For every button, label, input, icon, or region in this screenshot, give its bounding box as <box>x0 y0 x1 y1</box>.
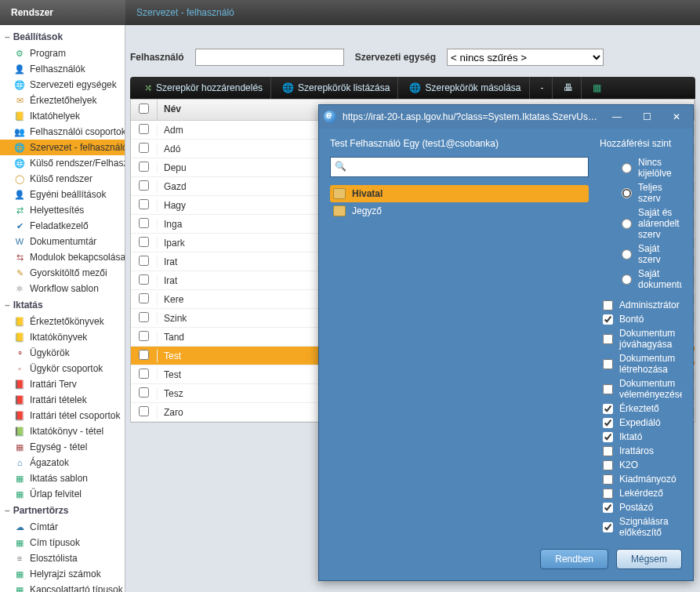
sidebar-item-1-1[interactable]: 📒Iktatókönyvek <box>0 329 125 345</box>
role-check-10[interactable]: Kiadmányozó <box>600 472 679 486</box>
role-check-1[interactable]: Bontó <box>600 312 679 326</box>
role-check-2[interactable]: Dokumentum jóváhagyása <box>600 326 679 351</box>
checkbox-input[interactable] <box>603 300 613 311</box>
role-check-4[interactable]: Dokumentum véleményezése <box>600 376 679 401</box>
close-button[interactable]: ✕ <box>665 108 688 125</box>
checkbox-input[interactable] <box>603 460 613 470</box>
checkbox-input[interactable] <box>603 314 613 325</box>
row-check[interactable] <box>131 369 158 381</box>
row-check[interactable] <box>131 387 158 400</box>
role-check-9[interactable]: K2O <box>600 458 679 472</box>
row-check[interactable] <box>131 406 158 419</box>
row-check[interactable] <box>131 143 158 155</box>
radio-input[interactable] <box>622 219 632 229</box>
maximize-button[interactable]: ☐ <box>635 108 658 125</box>
toolbar-excel[interactable]: ▦ <box>585 77 609 99</box>
access-option-3[interactable]: Saját szerv <box>600 242 679 267</box>
checkbox-input[interactable] <box>603 522 613 532</box>
sidebar-item-0-11[interactable]: ✔Feladatkezelő <box>0 218 125 234</box>
sidebar-item-0-7[interactable]: 🌐Külső rendszer/Felhasz <box>0 155 125 171</box>
sidebar-item-2-4[interactable]: ▦Kapcsolattartó típusok <box>0 582 125 592</box>
role-check-6[interactable]: Expediáló <box>600 416 679 430</box>
radio-input[interactable] <box>622 163 632 173</box>
tree-item-0[interactable]: Hivatal <box>330 185 589 202</box>
dialog-titlebar[interactable]: https://irat-20-t.asp.lgov.hu/?class=Sys… <box>319 105 693 129</box>
select-all-checkbox[interactable] <box>139 104 149 114</box>
sidebar-item-0-1[interactable]: 👤Felhasználók <box>0 61 125 77</box>
radio-input[interactable] <box>622 188 632 198</box>
row-check[interactable] <box>131 218 158 231</box>
filter-org-select[interactable]: < nincs szűrés > <box>447 49 604 66</box>
sidebar-item-1-6[interactable]: 📕Irattári tétel csoportok <box>0 408 125 423</box>
row-check[interactable] <box>131 350 158 362</box>
tree-item-1[interactable]: Jegyző <box>330 202 589 220</box>
sidebar-item-0-14[interactable]: ✎Gyorskitöltő mezői <box>0 265 125 281</box>
sidebar-item-0-12[interactable]: WDokumentumtár <box>0 234 125 249</box>
checkbox-input[interactable] <box>603 359 613 369</box>
checkbox-input[interactable] <box>603 418 613 428</box>
role-check-3[interactable]: Dokumentum létrehozása <box>600 351 679 376</box>
role-check-7[interactable]: Iktató <box>600 430 679 444</box>
sidebar-group-0[interactable]: –Beállítások <box>0 28 125 45</box>
row-check[interactable] <box>131 312 158 325</box>
row-check[interactable] <box>131 162 158 174</box>
role-check-11[interactable]: Lekérdező <box>600 486 679 500</box>
row-check[interactable] <box>131 199 158 212</box>
access-option-2[interactable]: Saját és alárendelt szerv <box>600 205 679 242</box>
toolbar-assign[interactable]: ⤭ Szerepkör hozzárendelés <box>136 77 271 99</box>
checkbox-input[interactable] <box>603 432 613 442</box>
grid-header-check[interactable] <box>131 100 158 120</box>
row-check[interactable] <box>131 124 158 136</box>
sidebar-item-0-10[interactable]: ⇄Helyettesítés <box>0 202 125 218</box>
sidebar-item-0-2[interactable]: 🌐Szervezeti egységek <box>0 77 125 93</box>
checkbox-input[interactable] <box>603 488 613 499</box>
sidebar-item-1-11[interactable]: ▦Űrlap felvitel <box>0 486 125 502</box>
radio-input[interactable] <box>622 274 632 285</box>
toolbar-print[interactable]: 🖶 <box>556 77 582 99</box>
sidebar-item-2-0[interactable]: ☁Címtár <box>0 519 125 535</box>
sidebar-item-1-2[interactable]: ⚬Ügykörök <box>0 345 125 361</box>
sidebar-item-0-5[interactable]: 👥Felhasználói csoportok <box>0 124 125 140</box>
toolbar-copy[interactable]: 🌐 Szerepkörök másolása <box>401 77 529 99</box>
ok-button[interactable]: Rendben <box>540 549 608 569</box>
cancel-button[interactable]: Mégsem <box>616 549 682 569</box>
role-check-5[interactable]: Érkeztető <box>600 401 679 416</box>
sidebar-group-1[interactable]: –Iktatás <box>0 296 125 314</box>
access-option-4[interactable]: Saját dokumentum <box>600 267 679 292</box>
sidebar-item-0-6[interactable]: 🌐Szervezet - felhasználó <box>0 140 125 155</box>
sidebar-item-1-8[interactable]: ▦Egység - tétel <box>0 439 125 455</box>
checkbox-input[interactable] <box>603 334 613 344</box>
row-check[interactable] <box>131 293 158 306</box>
checkbox-input[interactable] <box>603 384 613 394</box>
toolbar-list[interactable]: 🌐 Szerepkörök listázása <box>274 77 398 99</box>
sidebar-item-1-7[interactable]: 📗Iktatókönyv - tétel <box>0 423 125 439</box>
sidebar-item-0-8[interactable]: ◯Külső rendszer <box>0 171 125 187</box>
role-check-13[interactable]: Szignálásra előkészítő <box>600 514 679 538</box>
row-check[interactable] <box>131 331 158 343</box>
sidebar-item-2-3[interactable]: ▦Helyrajzi számok <box>0 566 125 582</box>
sidebar-item-0-15[interactable]: ⚛Workflow sablon <box>0 281 125 296</box>
radio-input[interactable] <box>622 249 632 260</box>
sidebar-item-0-9[interactable]: 👤Egyéni beállítások <box>0 187 125 202</box>
row-check[interactable] <box>131 180 158 193</box>
sidebar-item-2-1[interactable]: ▦Cím típusok <box>0 535 125 550</box>
sidebar-item-0-3[interactable]: ✉Érkeztetőhelyek <box>0 93 125 108</box>
sidebar-item-0-0[interactable]: ⚙Program <box>0 45 125 61</box>
row-check[interactable] <box>131 274 158 287</box>
sidebar-item-1-9[interactable]: ⌂Ágazatok <box>0 455 125 470</box>
role-check-8[interactable]: Irattáros <box>600 444 679 458</box>
system-menu[interactable]: Rendszer <box>0 0 125 25</box>
row-check[interactable] <box>131 256 158 268</box>
role-check-12[interactable]: Postázó <box>600 500 679 514</box>
checkbox-input[interactable] <box>603 474 613 485</box>
sidebar-item-1-3[interactable]: ◦Ügykör csoportok <box>0 361 125 376</box>
tree-search-input[interactable] <box>330 157 589 177</box>
checkbox-input[interactable] <box>603 404 613 414</box>
sidebar-group-2[interactable]: –Partnertörzs <box>0 502 125 519</box>
filter-user-input[interactable] <box>195 49 344 66</box>
sidebar-item-0-13[interactable]: ⇆Modulok bekapcsolása <box>0 249 125 265</box>
sidebar-item-1-5[interactable]: 📕Irattári tételek <box>0 392 125 408</box>
checkbox-input[interactable] <box>603 503 613 513</box>
access-option-1[interactable]: Teljes szerv <box>600 180 679 205</box>
sidebar-item-1-0[interactable]: 📒Érkeztetőkönyvek <box>0 314 125 329</box>
